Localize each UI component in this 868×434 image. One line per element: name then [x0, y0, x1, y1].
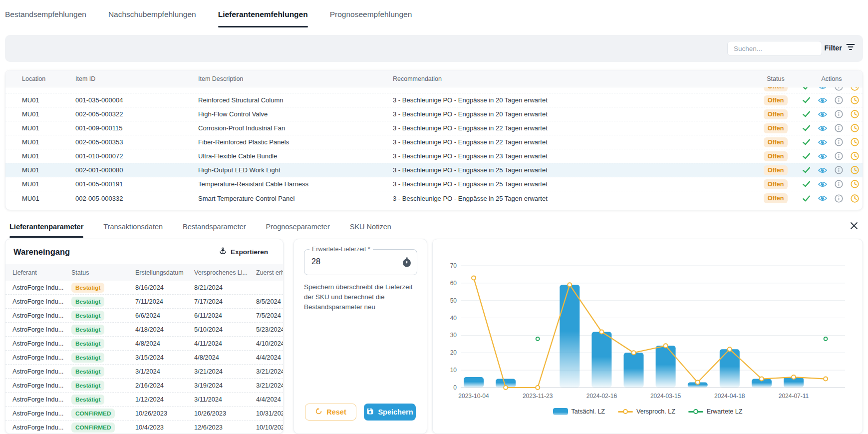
- receipt-row[interactable]: AstroForge Indu...Bestätigt3/15/20244/8/…: [5, 351, 283, 365]
- svg-text:2024-04-18: 2024-04-18: [714, 393, 745, 400]
- export-button[interactable]: Exportieren: [219, 247, 268, 256]
- snooze-clock-icon[interactable]: [851, 96, 859, 104]
- receipt-status-badge: Bestätigt: [71, 339, 104, 349]
- info-icon[interactable]: [835, 166, 843, 174]
- svg-text:60: 60: [450, 280, 457, 287]
- legend-item-1[interactable]: Versproch. LZ: [618, 408, 675, 415]
- approve-check-icon[interactable]: [802, 152, 811, 160]
- recommendation-row[interactable]: MU01002-001-000080High-Output LED Work L…: [5, 163, 863, 177]
- receipt-row[interactable]: AstroForge Indu...CONFIRMED10/4/202312/6…: [5, 421, 283, 434]
- tab-lieferantenparameter[interactable]: Lieferantenparameter: [9, 220, 83, 238]
- search-input[interactable]: [727, 41, 822, 56]
- view-eye-icon[interactable]: [818, 167, 827, 174]
- snooze-clock-icon[interactable]: [851, 110, 859, 118]
- receipt-row[interactable]: AstroForge Indu...Bestätigt1/12/20243/11…: [5, 393, 283, 407]
- snooze-clock-icon[interactable]: [851, 194, 859, 203]
- approve-check-icon[interactable]: [802, 96, 811, 104]
- first-received-cell: 3/21/2024: [256, 368, 283, 375]
- snooze-clock-icon[interactable]: [851, 152, 859, 160]
- view-eye-icon[interactable]: [818, 195, 827, 202]
- approve-check-icon[interactable]: [802, 124, 811, 132]
- view-eye-icon[interactable]: [818, 125, 827, 132]
- approve-check-icon[interactable]: [802, 138, 811, 146]
- snooze-clock-icon[interactable]: [851, 138, 859, 146]
- legend-bar-swatch: [553, 408, 568, 415]
- receipt-row[interactable]: AstroForge Indu...Bestätigt3/1/20243/21/…: [5, 365, 283, 379]
- receipt-row[interactable]: AstroForge Indu...Bestätigt4/8/20244/11/…: [5, 337, 283, 351]
- legend-item-0[interactable]: Tatsächl. LZ: [553, 408, 605, 415]
- expected-leadtime-point: [824, 337, 828, 341]
- snooze-clock-icon[interactable]: [851, 180, 859, 188]
- expected-leadtime-input[interactable]: [311, 257, 386, 266]
- created-date-cell: 6/6/2024: [135, 312, 194, 319]
- tab-bestandsparameter[interactable]: Bestandsparameter: [183, 220, 246, 238]
- info-icon[interactable]: [835, 87, 843, 91]
- info-icon[interactable]: [835, 194, 843, 203]
- status-badge: Offen: [764, 87, 788, 91]
- recommendation-row[interactable]: MU01001-010-000072Ultra-Flexible Cable B…: [5, 149, 863, 163]
- promised-date-cell: 3/19/2024: [194, 382, 256, 389]
- recommendation-row[interactable]: MU01002-005-000332Smart Temperature Cont…: [5, 191, 863, 205]
- close-icon[interactable]: [849, 221, 859, 233]
- approve-check-icon[interactable]: [802, 194, 811, 203]
- status-badge: Offen: [764, 151, 788, 161]
- view-eye-icon[interactable]: [818, 181, 827, 188]
- recommendation-row[interactable]: MU01002-005-000322High-Flow Control Valv…: [5, 107, 863, 121]
- tab-prognoseparameter[interactable]: Prognoseparameter: [266, 220, 330, 238]
- view-eye-icon[interactable]: [818, 87, 827, 90]
- location-cell: MU01: [22, 195, 75, 202]
- recommendation-row[interactable]: MU01002-005-000353Fiber-Reinforced Plast…: [5, 135, 863, 149]
- approve-check-icon[interactable]: [802, 87, 811, 91]
- view-eye-icon[interactable]: [818, 111, 827, 118]
- receipt-row[interactable]: AstroForge Indu...Bestätigt2/16/20243/19…: [5, 379, 283, 393]
- receipt-row[interactable]: AstroForge Indu...Bestätigt6/6/20246/11/…: [5, 309, 283, 323]
- info-icon[interactable]: [835, 110, 843, 118]
- supplier-cell: AstroForge Indu...: [12, 312, 71, 319]
- promised-date-cell: 7/17/2024: [194, 298, 256, 305]
- tab-prognoseempfehlungen[interactable]: Prognoseempfehlungen: [330, 0, 412, 29]
- view-eye-icon[interactable]: [818, 139, 827, 146]
- info-icon[interactable]: [835, 152, 843, 160]
- tab-bestandsempfehlungen[interactable]: Bestandsempfehlungen: [5, 0, 86, 29]
- col-recommendation: Recommendation: [393, 75, 751, 82]
- snooze-clock-icon[interactable]: [851, 124, 859, 132]
- tab-transaktionsdaten[interactable]: Transaktionsdaten: [103, 220, 163, 238]
- supplier-cell: AstroForge Indu...: [12, 396, 71, 403]
- save-button[interactable]: Speichern: [364, 404, 416, 421]
- info-icon[interactable]: [835, 124, 843, 132]
- receipt-row[interactable]: AstroForge Indu...CONFIRMED10/26/202310/…: [5, 407, 283, 421]
- recommendation-row-partial[interactable]: Offen: [5, 87, 863, 93]
- row-actions: [801, 152, 863, 160]
- info-icon[interactable]: [835, 96, 843, 104]
- item-description-cell: Corrosion-Proof Industrial Fan: [198, 124, 393, 132]
- recommendation-row[interactable]: MU01001-009-000115Corrosion-Proof Indust…: [5, 121, 863, 135]
- toolbar: Filter: [5, 35, 863, 62]
- svg-text:50: 50: [450, 297, 457, 304]
- info-icon[interactable]: [835, 180, 843, 188]
- receipt-row[interactable]: AstroForge Indu...Bestätigt7/11/20247/17…: [5, 295, 283, 309]
- svg-text:2024-02-16: 2024-02-16: [586, 393, 617, 400]
- info-icon[interactable]: [835, 138, 843, 146]
- filter-button[interactable]: Filter: [825, 43, 855, 52]
- view-eye-icon[interactable]: [818, 153, 827, 160]
- tab-nachschubempfehlungen[interactable]: Nachschubempfehlungen: [108, 0, 196, 29]
- recommendation-row[interactable]: MU01001-035-000004Reinforced Structural …: [5, 93, 863, 107]
- view-eye-icon[interactable]: [818, 97, 827, 104]
- approve-check-icon[interactable]: [802, 110, 811, 118]
- first-received-cell: 4/4/2024: [256, 354, 283, 361]
- tab-label: Lieferantenemfehlungen: [218, 10, 308, 18]
- reset-button[interactable]: Reset: [305, 404, 356, 421]
- snooze-clock-icon[interactable]: [851, 87, 859, 91]
- location-cell: MU01: [22, 110, 75, 118]
- approve-check-icon[interactable]: [802, 166, 811, 174]
- recommendation-cell: 3 - Beschleunige PO - Engpässe in 25 Tag…: [393, 195, 751, 202]
- legend-item-2[interactable]: Erwartete LZ: [688, 408, 743, 415]
- snooze-clock-icon[interactable]: [851, 166, 859, 174]
- expected-leadtime-point: [536, 337, 540, 341]
- tab-sku-notizen[interactable]: SKU Notizen: [350, 220, 391, 238]
- approve-check-icon[interactable]: [802, 180, 811, 188]
- receipt-row[interactable]: AstroForge Indu...Bestätigt8/16/20248/21…: [5, 281, 283, 295]
- receipt-row[interactable]: AstroForge Indu...Bestätigt4/18/20245/10…: [5, 323, 283, 337]
- tab-lieferantenemfehlungen[interactable]: Lieferantenemfehlungen: [218, 0, 308, 29]
- recommendation-row[interactable]: MU01001-005-000191Temperature-Resistant …: [5, 177, 863, 191]
